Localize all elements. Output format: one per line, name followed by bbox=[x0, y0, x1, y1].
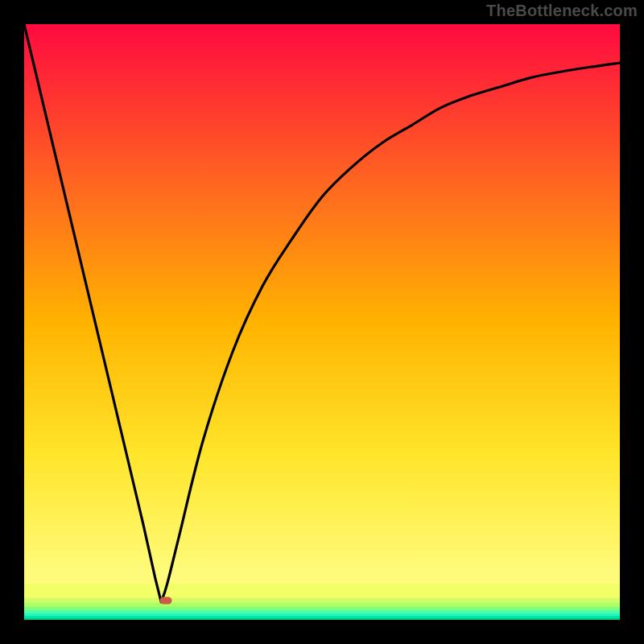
canvas: TheBottleneck.com bbox=[0, 0, 644, 644]
watermark-text: TheBottleneck.com bbox=[486, 2, 638, 20]
bottleneck-curve bbox=[24, 24, 620, 620]
minimum-marker bbox=[160, 597, 172, 605]
plot-area bbox=[24, 24, 620, 620]
